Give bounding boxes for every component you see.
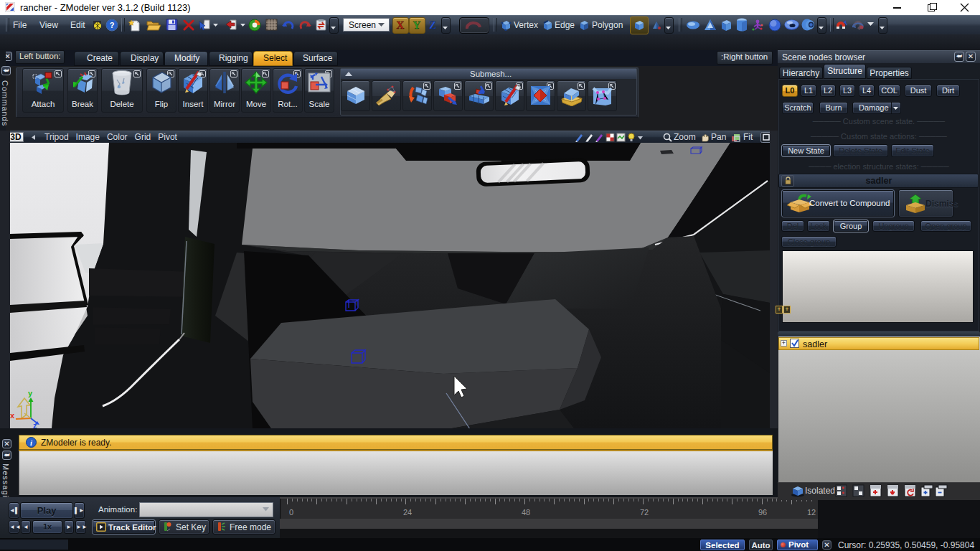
svg-text:x: x bbox=[10, 411, 15, 420]
svg-text:y: y bbox=[28, 389, 33, 397]
svg-text:z: z bbox=[33, 421, 37, 428]
